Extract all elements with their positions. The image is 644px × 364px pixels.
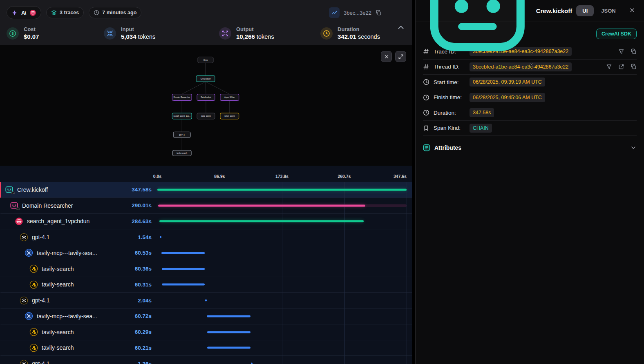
time-badge-label: 7 minutes ago — [102, 10, 136, 16]
graph-controls — [381, 51, 406, 62]
graph-node[interactable]: Crew.kickoff — [196, 75, 215, 82]
span-row[interactable]: gpt-4.12.04s — [0, 293, 412, 309]
span-bar[interactable] — [207, 347, 250, 349]
timeline-tick: 0.0s — [153, 174, 161, 179]
stat-value: 342.01 seconds — [338, 33, 380, 40]
dollar-icon: $ — [7, 27, 19, 40]
graph-node[interactable]: gpt-4.1 — [173, 132, 190, 138]
external-icon[interactable] — [618, 64, 624, 70]
span-duration: 347.58s — [123, 186, 157, 193]
graph-node[interactable]: data_agent — [197, 113, 215, 119]
stat-label: Output — [236, 27, 274, 32]
span-duration: 60.21s — [123, 345, 157, 351]
span-bar[interactable] — [162, 268, 205, 270]
span-bar[interactable] — [205, 300, 207, 302]
detail-value: 347.58s — [470, 108, 494, 117]
span-bar[interactable] — [207, 315, 250, 317]
graph-edge — [182, 82, 206, 94]
trace-panel: A\ 3 traces 7 minutes ago 3bec...3e22 — [0, 0, 412, 364]
span-duration: 60.31s — [123, 282, 157, 288]
svg-text:Agent Writer: Agent Writer — [224, 96, 235, 98]
span-name: gpt-4.1 — [32, 234, 50, 240]
span-row[interactable]: tavily-mcp---tavily-sea...60.72s — [0, 309, 412, 324]
bookmark-icon — [423, 125, 429, 131]
detail-value: 06/28/2025, 09:45:06 AM UTC — [470, 93, 545, 102]
span-bar[interactable] — [157, 189, 407, 191]
crew-icon — [423, 0, 532, 65]
svg-text:writer_agent: writer_agent — [224, 115, 235, 117]
timeline-tick: 173.8s — [275, 174, 288, 179]
span-bar[interactable] — [161, 252, 205, 254]
layers-icon — [51, 10, 57, 16]
chart-icon — [331, 9, 338, 16]
graph-node[interactable]: Crew — [198, 57, 213, 63]
stat-label: Input — [121, 27, 155, 32]
graph-node[interactable]: Agent Writer — [220, 94, 239, 101]
detail-row: Finish time: 06/28/2025, 09:45:06 AM UTC — [423, 90, 637, 106]
span-bar[interactable] — [162, 284, 205, 286]
span-bar[interactable] — [251, 363, 253, 364]
span-row[interactable]: tavily-search60.36s — [0, 261, 412, 277]
span-bar[interactable] — [207, 331, 250, 333]
trace-graph-canvas[interactable]: CrewCrew.kickoffDomain ResearcherData An… — [0, 45, 412, 166]
attributes-section-toggle[interactable]: Attributes — [423, 139, 637, 156]
span-name: tavily-search — [42, 329, 74, 335]
tavily-icon — [29, 344, 38, 352]
span-duration: 60.72s — [123, 313, 157, 319]
clock-icon — [423, 109, 429, 116]
copy-icon[interactable] — [631, 49, 637, 55]
tab-ui[interactable]: UI — [576, 5, 594, 16]
tavily-icon — [29, 328, 38, 336]
span-row[interactable]: gpt-4.11.54s — [0, 229, 412, 245]
filter-icon[interactable] — [618, 49, 624, 55]
timeline-axis: 0.0s86.9s173.8s260.7s347.6s — [0, 166, 412, 182]
span-row[interactable]: Domain Researcher290.01s — [0, 198, 412, 214]
collapse-stats-button[interactable] — [396, 23, 405, 32]
span-row[interactable]: tavily-search60.29s — [0, 324, 412, 340]
traces-badge[interactable]: 3 traces — [46, 7, 84, 18]
graph-node[interactable]: Domain Researcher — [172, 94, 192, 101]
chart-button[interactable] — [329, 7, 340, 18]
stat-duration: Duration 342.01 seconds — [320, 27, 380, 40]
clock-icon — [94, 10, 99, 16]
span-row[interactable]: tavily-search60.21s — [0, 340, 412, 356]
tab-json[interactable]: JSON — [596, 5, 620, 16]
crewai-logo-icon — [15, 217, 23, 226]
trace-header: A\ 3 traces 7 minutes ago 3bec...3e22 — [0, 0, 412, 45]
close-icon — [384, 54, 389, 60]
span-row[interactable]: tavily-search60.31s — [0, 277, 412, 293]
graph-node[interactable]: writer_agent — [220, 113, 239, 119]
span-row[interactable]: search_agent_1vpchdun284.63s — [0, 214, 412, 230]
span-name: tavily-search — [42, 344, 74, 351]
span-bar[interactable] — [160, 236, 161, 238]
topbar: A\ 3 traces 7 minutes ago 3bec...3e22 — [7, 3, 405, 22]
trace-id-short: 3bec...3e22 — [344, 10, 371, 16]
graph-node[interactable]: Data Analyst — [197, 94, 215, 101]
span-bar[interactable] — [158, 204, 366, 206]
span-row[interactable]: gpt-4.11.36s — [0, 356, 412, 364]
graph-edge — [206, 82, 230, 94]
time-badge: 7 minutes ago — [89, 7, 141, 18]
graph-node[interactable]: search_agent_1vp... — [172, 113, 192, 119]
span-row[interactable]: tavily-mcp---tavily-sea...60.53s — [0, 245, 412, 261]
copy-icon[interactable] — [376, 10, 382, 16]
stats-bar: $ Cost $0.07 Input 5,034 tokens Output 1… — [7, 22, 405, 45]
detail-row: Duration: 347.58s — [423, 105, 637, 121]
detail-header: Crew.kickoff UIJSON — [416, 0, 644, 22]
chevron-down-icon — [630, 144, 637, 151]
expand-graph-button[interactable] — [395, 51, 406, 62]
copy-icon[interactable] — [631, 64, 637, 70]
filter-icon[interactable] — [606, 64, 612, 70]
span-duration: 60.29s — [123, 329, 157, 335]
close-graph-button[interactable] — [381, 51, 392, 62]
span-name: tavily-search — [42, 281, 74, 288]
span-duration: 284.63s — [123, 218, 157, 224]
stat-input: Input 5,034 tokens — [104, 27, 219, 40]
detail-label: Finish time: — [434, 94, 465, 100]
close-icon — [629, 7, 635, 13]
close-panel-button[interactable] — [628, 6, 637, 16]
graph-node[interactable]: tavily-search — [172, 150, 191, 156]
detail-label: Start time: — [434, 79, 465, 85]
span-bar[interactable] — [159, 220, 364, 222]
span-row[interactable]: Crew.kickoff347.58s — [0, 182, 412, 198]
